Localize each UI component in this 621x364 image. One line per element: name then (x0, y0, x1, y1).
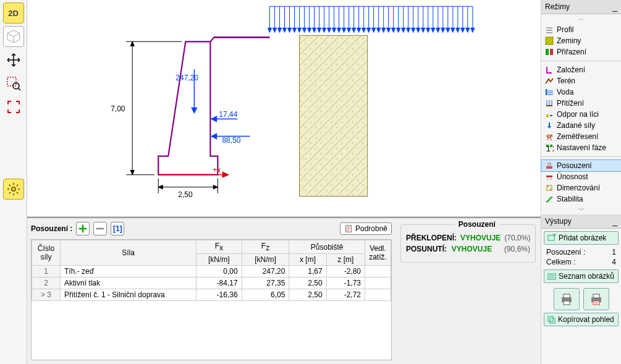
svg-marker-48 (372, 28, 376, 32)
zadané síly-icon (545, 121, 554, 130)
mode-item-piten[interactable]: Přitížení (541, 98, 621, 109)
svg-marker-30 (327, 28, 331, 32)
svg-rect-122 (546, 166, 552, 169)
mode-item-nastavenfze[interactable]: 1 2Nastavení fáze (541, 142, 621, 153)
svg-marker-78 (446, 28, 450, 32)
svg-marker-46 (367, 28, 371, 32)
picture-list-button[interactable]: Seznam obrázků (544, 269, 619, 283)
detail-button[interactable]: Podrobně (340, 222, 392, 235)
outputs-header: Výstupy (545, 217, 572, 226)
gear-icon (6, 182, 21, 197)
mode-item-posouzen[interactable]: Posouzení (541, 160, 621, 171)
copy-view-button[interactable]: Kopírovat pohled (544, 313, 619, 326)
svg-rect-115 (546, 89, 547, 95)
add-button[interactable] (76, 222, 90, 235)
wall-outline (158, 37, 269, 174)
únosnost-icon (545, 172, 554, 181)
mode-item-zemtesen[interactable]: RZemětřesení (541, 131, 621, 142)
force-main-label: 247,20 (175, 74, 198, 82)
svg-marker-70 (426, 28, 430, 32)
mode-item-zaloen[interactable]: Založení (541, 64, 621, 75)
svg-point-125 (547, 186, 549, 187)
svg-marker-26 (318, 28, 321, 32)
view-3d-button[interactable] (3, 26, 24, 47)
mode-item-nosnost[interactable]: Únosnost (541, 171, 621, 182)
dim-height-label: 7,00 (111, 105, 125, 114)
plus-icon (77, 222, 89, 235)
mode-item-profil[interactable]: Profil (541, 24, 621, 35)
mode-item-zeminy[interactable]: Zeminy (541, 35, 621, 46)
svg-marker-102 (213, 185, 218, 189)
mode-item-tern[interactable]: Terén (541, 75, 621, 87)
svg-marker-82 (456, 28, 460, 32)
svg-marker-110 (222, 172, 228, 177)
svg-marker-108 (211, 134, 216, 139)
out-total-val: 4 (612, 258, 616, 266)
svg-text:1 2: 1 2 (546, 145, 554, 152)
svg-marker-76 (441, 28, 445, 32)
zeminy-icon (545, 36, 554, 45)
remove-button[interactable] (93, 222, 107, 235)
collapse-outputs-icon[interactable]: _ (612, 216, 617, 226)
svg-marker-72 (431, 28, 435, 32)
print-button[interactable] (554, 288, 580, 310)
cube-3d-icon (6, 29, 21, 44)
svg-rect-1 (7, 77, 16, 86)
result-label: POSUNUTÍ: (406, 245, 447, 253)
settings-button[interactable] (3, 179, 24, 200)
x-axis-label: +x (213, 166, 221, 174)
printer-icon (559, 292, 574, 306)
svg-marker-106 (211, 117, 216, 122)
svg-marker-50 (377, 28, 381, 32)
collapse-modes-icon[interactable]: _ (612, 2, 617, 12)
table-row[interactable]: 1Tíh.- zeď0,00247,201,67-2,80 (32, 266, 391, 277)
out-total-label: Celkem : (546, 258, 575, 266)
svg-point-126 (550, 188, 551, 190)
add-picture-button[interactable]: + Přidat obrázek (544, 231, 619, 245)
detail-icon (344, 224, 353, 233)
mode-item-zadansly[interactable]: Zadané síly (541, 120, 621, 131)
svg-marker-14 (288, 28, 292, 32)
svg-marker-58 (397, 28, 400, 32)
svg-rect-114 (550, 49, 553, 55)
print-color-button[interactable] (583, 288, 609, 310)
svg-marker-97 (130, 171, 134, 175)
chevron-down-icon[interactable]: ﹀ (541, 206, 621, 214)
detail-label: Podrobně (355, 224, 387, 233)
svg-marker-54 (387, 28, 391, 32)
profil-icon (545, 25, 554, 34)
results-title: Posouzení (455, 220, 499, 229)
add-picture-icon: + (547, 234, 556, 242)
phase-1-button[interactable]: [1] (111, 222, 124, 235)
svg-text:+: + (552, 234, 556, 239)
svg-marker-66 (416, 28, 420, 32)
svg-marker-117 (547, 126, 551, 129)
nastavení fáze-icon: 1 2 (545, 143, 554, 152)
mode-item-dimenzovn[interactable]: Dimenzování (541, 182, 621, 193)
zoom-region-button[interactable] (3, 73, 24, 94)
svg-marker-24 (313, 28, 316, 32)
result-status: VYHOVUJE (460, 234, 501, 242)
terén-icon (545, 77, 554, 85)
drawing-viewport[interactable]: 7,00 2,50 247,20 17,44 (27, 0, 541, 217)
fit-view-button[interactable] (3, 96, 24, 117)
minus-icon (94, 222, 106, 235)
table-row[interactable]: > 3Přitížení č. 1 - Silniční doprava-16,… (32, 289, 391, 301)
mode-item-stabilita[interactable]: Stabilita (541, 193, 621, 205)
move-button[interactable] (3, 49, 24, 70)
mode-item-piazen[interactable]: Přiřazení (541, 46, 621, 57)
panel-title: Posouzení : (31, 224, 72, 233)
svg-marker-64 (412, 28, 415, 32)
svg-rect-134 (593, 294, 599, 298)
copy-icon (547, 315, 556, 324)
svg-marker-44 (362, 28, 366, 32)
svg-marker-56 (392, 28, 395, 32)
mode-item-odpornalci[interactable]: Odpor na líci (541, 109, 621, 120)
force-a-label: 17,44 (219, 110, 237, 119)
chevron-up-icon[interactable]: ︿ (541, 14, 621, 23)
mode-item-voda[interactable]: Voda (541, 87, 621, 98)
svg-marker-101 (158, 185, 163, 189)
view-2d-button[interactable]: 2D (3, 2, 24, 23)
svg-rect-124 (547, 185, 552, 190)
table-row[interactable]: 2Aktivní tlak-84,1727,352,50-1,73 (32, 277, 391, 289)
